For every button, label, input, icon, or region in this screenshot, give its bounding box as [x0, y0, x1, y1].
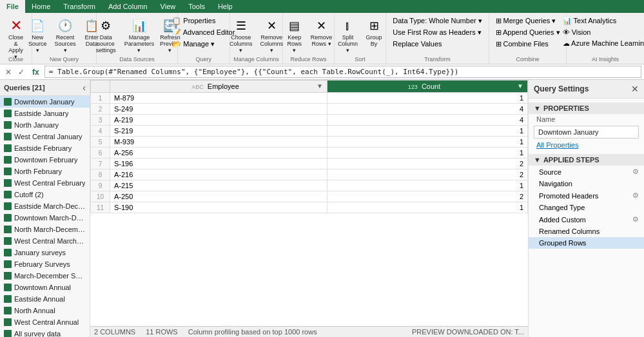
new-source-icon: 📄 — [30, 18, 45, 34]
query-item-downtown-march[interactable]: Downtown March-Dec... — [0, 212, 90, 224]
queries-collapse-button[interactable]: ‹ — [83, 82, 86, 93]
text-analytics-button[interactable]: 📊 Text Analytics — [560, 15, 644, 26]
tab-file[interactable]: File — [0, 0, 25, 13]
replace-values-button[interactable]: Replace Values — [389, 39, 485, 49]
tab-view[interactable]: View — [154, 0, 182, 13]
data-type-button[interactable]: Data Type: Whole Number ▾ — [389, 15, 485, 26]
query-item-west-central-march[interactable]: West Central March-Dec... — [0, 235, 90, 247]
table-row: 10 A-250 2 — [91, 191, 528, 202]
applied-step[interactable]: Grouped Rows — [529, 237, 644, 249]
count-col-label: Count — [422, 82, 440, 90]
table-row: 6 A-256 1 — [91, 148, 528, 159]
query-item-label: February Surveys — [14, 260, 70, 268]
query-item-north-january[interactable]: North January — [0, 119, 90, 131]
query-item-north-annual[interactable]: North Annual — [0, 305, 90, 316]
query-item-eastside-march[interactable]: Eastside March-December — [0, 200, 90, 212]
query-item-icon — [4, 318, 12, 326]
row-num-cell: 6 — [91, 148, 110, 159]
formula-confirm-button[interactable]: ✓ — [15, 66, 27, 78]
applied-step[interactable]: Added Custom ⚙ — [529, 213, 644, 226]
combine-files-button[interactable]: ⊞ Combine Files — [493, 39, 563, 50]
employee-column-header[interactable]: ABC Employee ▼ — [110, 81, 327, 93]
employee-filter-button[interactable]: ▼ — [317, 82, 323, 90]
query-item-west-central-january[interactable]: West Central January — [0, 131, 90, 142]
recent-sources-icon: 🕐 — [57, 18, 73, 34]
manage-parameters-button[interactable]: 📊 ManageParameters ▾ — [122, 15, 156, 56]
query-item-west-central-february[interactable]: West Central February — [0, 177, 90, 189]
table-row: 9 A-215 1 — [91, 180, 528, 191]
new-query-group-label: New Query — [32, 56, 96, 63]
query-item-icon — [4, 144, 12, 152]
keep-rows-icon: ▤ — [287, 18, 302, 34]
tab-home[interactable]: Home — [25, 0, 57, 13]
data-table: ABC Employee ▼ 123 Count ▼ 1 M-879 1 — [90, 80, 528, 213]
query-item-all-survey-data[interactable]: All survey data — [0, 328, 90, 337]
query-item-north-march[interactable]: North March-December — [0, 224, 90, 235]
new-source-button[interactable]: 📄 NewSource ▾ — [25, 15, 50, 56]
applied-step[interactable]: Renamed Columns — [529, 226, 644, 237]
applied-step[interactable]: Navigation — [529, 178, 644, 189]
azure-ml-button[interactable]: ☁ Azure Machine Learning — [560, 38, 644, 49]
tab-help[interactable]: Help — [211, 0, 239, 13]
formula-cancel-button[interactable]: ✕ — [3, 66, 14, 78]
employee-cell: M-879 — [110, 93, 327, 104]
query-item-downtown-february[interactable]: Downtown February — [0, 154, 90, 166]
data-table-container[interactable]: ABC Employee ▼ 123 Count ▼ 1 M-879 1 — [90, 80, 528, 326]
data-source-settings-button[interactable]: ⚙ Data sourcesettings — [91, 15, 121, 56]
query-item-downtown-annual[interactable]: Downtown Annual — [0, 282, 90, 293]
properties-section-header[interactable]: ▼ PROPERTIES — [529, 102, 644, 114]
step-label: Navigation — [539, 180, 572, 188]
keep-rows-button[interactable]: ▤ KeepRows ▾ — [282, 15, 307, 56]
query-item-icon — [4, 214, 12, 222]
vision-button[interactable]: 👁 Vision — [560, 27, 644, 37]
formula-input[interactable] — [44, 66, 641, 78]
step-label: Grouped Rows — [539, 239, 586, 247]
tab-transform[interactable]: Transform — [57, 0, 102, 13]
count-column-header[interactable]: 123 Count ▼ — [327, 81, 527, 93]
query-item-downtown-january[interactable]: Downtown January — [0, 96, 90, 108]
count-cell: 1 — [327, 202, 527, 213]
tab-tools[interactable]: Tools — [182, 0, 211, 13]
query-item-january-surveys[interactable]: January surveys — [0, 247, 90, 258]
append-queries-button[interactable]: ⊞ Append Queries ▾ — [493, 27, 563, 38]
choose-columns-button[interactable]: ☰ ChooseColumns ▾ — [226, 15, 256, 56]
tab-add-column[interactable]: Add Column — [102, 0, 154, 13]
choose-columns-label: ChooseColumns ▾ — [229, 34, 253, 53]
group-by-button[interactable]: ⊞ GroupBy — [362, 15, 385, 50]
formula-bar-buttons: ✕ ✓ — [3, 66, 27, 78]
row-num-cell: 3 — [91, 115, 110, 126]
query-item-cutoff[interactable]: Cutoff (2) — [0, 189, 90, 200]
name-prop-value[interactable]: Downtown January — [534, 126, 639, 139]
step-gear-icon[interactable]: ⚙ — [632, 191, 639, 200]
applied-step[interactable]: Source ⚙ — [529, 166, 644, 178]
step-gear-icon[interactable]: ⚙ — [632, 215, 639, 224]
count-cell: 1 — [327, 148, 527, 159]
split-column-button[interactable]: ⫿ SplitColumn ▾ — [335, 15, 361, 56]
properties-section-label: PROPERTIES — [543, 104, 589, 112]
query-item-west-central-annual[interactable]: West Central Annual — [0, 316, 90, 328]
merge-queries-button[interactable]: ⊞ Merge Queries ▾ — [493, 15, 563, 26]
remove-rows-button[interactable]: ✕ RemoveRows ▾ — [308, 15, 335, 50]
remove-rows-label: RemoveRows ▾ — [311, 34, 333, 47]
count-filter-button[interactable]: ▼ — [517, 82, 523, 90]
query-item-label: North January — [14, 121, 59, 129]
applied-step[interactable]: Promoted Headers ⚙ — [529, 189, 644, 202]
query-item-eastside-january[interactable]: Eastside January — [0, 108, 90, 119]
query-item-eastside-annual[interactable]: Eastside Annual — [0, 293, 90, 305]
right-panel: Query Settings ✕ ▼ PROPERTIES Name Downt… — [528, 80, 644, 337]
table-row: 7 S-196 2 — [91, 159, 528, 169]
query-item-march-dec-surveys[interactable]: March-December Surveys — [0, 270, 90, 282]
table-row: 4 S-219 1 — [91, 126, 528, 137]
applied-steps-section-header[interactable]: ▼ APPLIED STEPS — [529, 154, 644, 166]
first-row-header-button[interactable]: Use First Row as Headers ▾ — [389, 27, 485, 38]
query-item-eastside-february[interactable]: Eastside February — [0, 142, 90, 154]
ribbon-group-transform: Data Type: Whole Number ▾ Use First Row … — [386, 13, 489, 64]
applied-step[interactable]: Changed Type — [529, 202, 644, 213]
step-gear-icon[interactable]: ⚙ — [632, 168, 639, 176]
query-item-february-surveys[interactable]: February Surveys — [0, 258, 90, 270]
query-item-icon — [4, 168, 12, 175]
right-panel-close-button[interactable]: ✕ — [631, 84, 639, 94]
query-item-north-february[interactable]: North February — [0, 166, 90, 177]
recent-sources-button[interactable]: 🕐 RecentSources ▾ — [52, 15, 79, 56]
all-properties-link[interactable]: All Properties — [529, 140, 644, 150]
